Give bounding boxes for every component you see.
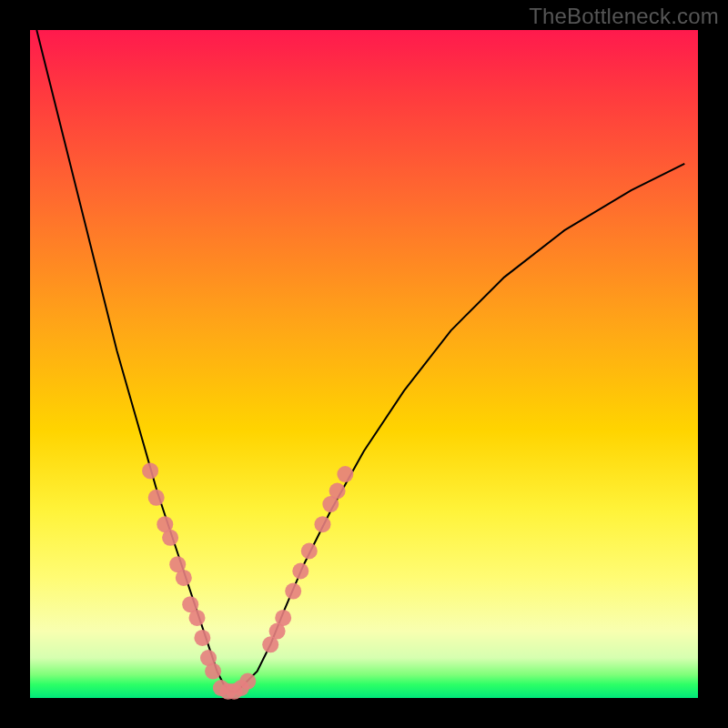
chart-frame: TheBottleneck.com: [0, 0, 728, 728]
highlight-dot: [142, 462, 158, 479]
highlight-dot: [301, 543, 318, 560]
bottleneck-curve-path: [36, 30, 684, 692]
highlight-dot: [285, 583, 301, 600]
highlight-dot: [162, 530, 178, 546]
highlight-dot: [148, 490, 165, 506]
highlight-dot: [275, 610, 291, 626]
highlight-dot: [194, 630, 210, 646]
highlight-dot: [315, 516, 331, 532]
highlight-dot: [337, 466, 353, 482]
highlight-dot: [292, 563, 308, 580]
highlight-dot: [239, 673, 256, 690]
highlight-dot: [176, 570, 192, 586]
highlight-dot: [189, 610, 206, 626]
attribution-text: TheBottleneck.com: [529, 4, 719, 29]
highlight-dot: [329, 483, 346, 500]
curve-layer: [30, 30, 698, 698]
highlight-dot: [205, 663, 221, 680]
bottleneck-curve: [36, 30, 684, 692]
highlight-dots: [142, 462, 353, 699]
plot-area: [30, 30, 698, 698]
